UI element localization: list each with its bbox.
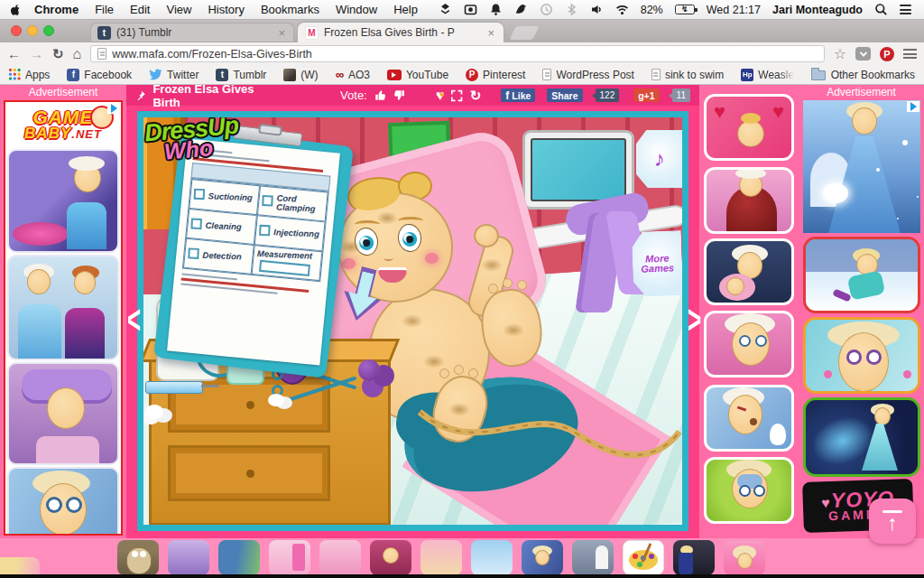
apple-menu-icon[interactable] [9, 3, 23, 16]
thumb-elsa-red-cape[interactable] [704, 167, 794, 234]
thumb-elsa-pink[interactable] [704, 311, 794, 378]
checklist-cell-measurement[interactable]: Measurement [252, 245, 323, 281]
thumb-elsa-makeup[interactable] [7, 467, 119, 536]
scroll-to-top-button[interactable]: ↑ [869, 499, 916, 544]
thumb-baby-skating[interactable] [803, 237, 920, 313]
thumb-sky-game[interactable] [471, 540, 513, 575]
thumb-elsa-ice-magic[interactable] [803, 397, 920, 477]
checkbox-cleaning[interactable] [190, 219, 202, 230]
bookmark-facebook[interactable]: fFacebook [67, 69, 132, 81]
favorite-heart-icon[interactable]: ♥ ♥ [436, 89, 445, 103]
thumbs-up-icon[interactable] [374, 89, 386, 102]
bird-app-icon[interactable] [514, 3, 528, 16]
screenshot-icon[interactable] [464, 3, 477, 16]
menubar-item-chrome[interactable]: Chrome [26, 3, 87, 16]
window-minimize-button[interactable] [27, 25, 38, 36]
menubar-item-view[interactable]: View [158, 3, 199, 16]
bookmark-star-icon[interactable]: ☆ [834, 47, 846, 61]
window-close-button[interactable] [11, 25, 22, 36]
thumb-barbie-pink[interactable] [319, 540, 361, 575]
next-game-arrow[interactable]: > [688, 300, 700, 340]
time-machine-icon[interactable] [540, 3, 553, 16]
volume-icon[interactable] [590, 3, 604, 16]
elsa-dress-ad[interactable] [803, 100, 920, 233]
fullscreen-icon[interactable] [451, 89, 462, 102]
tab-tumblr-close-icon[interactable]: × [276, 27, 287, 39]
umbilical-cord[interactable] [412, 387, 683, 486]
bookmark-w[interactable]: (W) [283, 69, 318, 81]
adchoices-icon[interactable] [107, 103, 120, 114]
window-zoom-button[interactable] [43, 25, 54, 36]
checkbox-detection[interactable] [188, 247, 199, 259]
thumb-elsa-feeding-baby[interactable] [704, 238, 794, 305]
bluetooth-icon[interactable] [565, 3, 578, 16]
menubar-item-file[interactable]: File [87, 3, 122, 16]
thumb-elsa-face[interactable] [803, 317, 920, 394]
thumb-barbie-haircut[interactable] [724, 540, 765, 575]
game-canvas[interactable]: Suctioning Cord Clamping Cleaning Inject… [137, 111, 688, 531]
url-text[interactable]: www.mafa.com/Frozen-Elsa-Gives-Birth [112, 48, 312, 61]
thumb-formal-couple[interactable] [673, 540, 715, 575]
thumb-elsa-spa[interactable] [7, 362, 119, 465]
thumb-baby-hearts[interactable]: ♥ ♥ [704, 94, 794, 161]
prev-game-arrow[interactable]: < [127, 300, 140, 340]
bookmark-twitter[interactable]: Twitter [149, 69, 199, 81]
thumb-baby-facepaint[interactable] [704, 457, 794, 524]
thumb-elsa-salon[interactable] [522, 540, 563, 575]
bookmark-sink-to-swim[interactable]: sink to swim [651, 69, 724, 81]
thumb-paint-palette[interactable] [623, 540, 664, 575]
left-ad-box[interactable]: GAME BABY.NET [4, 100, 123, 536]
menubar-item-help[interactable]: Help [385, 3, 426, 16]
spotlight-search-icon[interactable] [874, 3, 888, 16]
item-grapes[interactable] [358, 359, 380, 381]
thumb-pink-room[interactable] [269, 540, 310, 575]
checklist-clipboard[interactable]: Suctioning Cord Clamping Cleaning Inject… [153, 126, 354, 378]
more-games-button[interactable]: More Games [632, 230, 683, 297]
menubar-item-window[interactable]: Window [328, 3, 385, 16]
bookmark-wordpress[interactable]: WordPress Post [542, 69, 633, 81]
google-plus-button[interactable]: g+1 [633, 89, 659, 102]
dropbox-icon[interactable] [439, 3, 452, 16]
pinterest-extension-icon[interactable]: P [880, 47, 894, 61]
thumb-office-dressup[interactable] [572, 540, 614, 575]
thumb-pou[interactable] [117, 540, 159, 575]
bookmark-apps[interactable]: Apps [9, 69, 50, 81]
thumb-dora[interactable] [370, 540, 411, 575]
thumbs-down-icon[interactable] [393, 89, 405, 102]
thumb-elsa-anna-winter[interactable] [7, 255, 119, 360]
checkbox-injection[interactable] [259, 225, 271, 237]
adchoices-icon-right[interactable] [907, 101, 919, 112]
tab-frozen-elsa-close-icon[interactable]: × [485, 27, 496, 39]
pocket-extension-icon[interactable] [855, 47, 871, 61]
checklist-cell-detection[interactable]: Detection [183, 238, 254, 274]
gamebaby-logo[interactable]: GAME BABY.NET [5, 102, 121, 147]
thumb-elsa-frozen-room[interactable] [7, 149, 119, 253]
menubar-item-history[interactable]: History [199, 3, 252, 16]
thumb-kissing-couple[interactable] [218, 540, 260, 575]
thumb-purple-princess[interactable] [168, 540, 209, 575]
forward-button[interactable]: → [30, 47, 43, 61]
item-syringe[interactable] [145, 381, 203, 394]
measurement-input-box[interactable] [259, 260, 310, 276]
facebook-share-button[interactable]: Share [547, 89, 582, 102]
bookmark-pinterest[interactable]: PPinterest [466, 69, 525, 81]
wifi-icon[interactable] [615, 3, 629, 16]
checkbox-cord-clamping[interactable] [262, 195, 273, 207]
game-reload-icon[interactable]: ↻ [470, 89, 482, 102]
menubar-clock[interactable]: Wed 21:17 [707, 4, 761, 16]
bookmark-ao3[interactable]: ∞AO3 [336, 68, 370, 81]
thumb-elsa-injured[interactable] [704, 385, 794, 452]
menubar-item-bookmarks[interactable]: Bookmarks [253, 3, 328, 16]
notification-center-icon[interactable] [900, 3, 911, 17]
dressupwho-logo[interactable]: DressUp Who [143, 116, 241, 163]
back-button[interactable]: ← [7, 47, 21, 61]
thumb-blonde-girl[interactable] [420, 540, 462, 575]
tab-frozen-elsa[interactable]: M Frozen Elsa Gives Birth - P × [298, 23, 504, 42]
reload-button[interactable]: ↻ [52, 47, 64, 61]
bookmark-tumblr[interactable]: tTumblr [216, 69, 266, 81]
bookmark-youtube[interactable]: YouTube [387, 69, 448, 81]
home-button[interactable]: ⌂ [73, 47, 82, 61]
address-bar[interactable]: www.mafa.com/Frozen-Elsa-Gives-Birth [90, 45, 824, 62]
menubar-username[interactable]: Jari Monteagudo [772, 4, 863, 16]
tab-tumblr[interactable]: t (31) Tumblr × [90, 23, 294, 42]
